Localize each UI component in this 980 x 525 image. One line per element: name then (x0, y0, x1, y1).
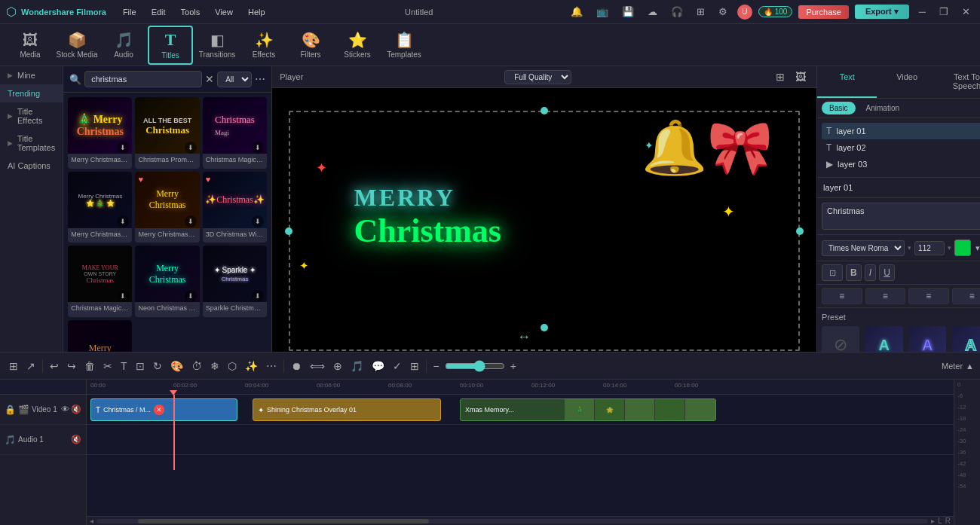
tl-redo-button[interactable]: ↪ (64, 359, 79, 374)
color-swatch[interactable] (954, 240, 971, 256)
audio-mute-icon[interactable]: 🔇 (71, 435, 81, 444)
list-item[interactable]: ✨Christmas✨ ♥ ⬇ 3D Christmas Winter T... (203, 172, 267, 243)
photo-icon[interactable]: 🖼 (792, 69, 809, 84)
tl-crop-button[interactable]: ⊡ (133, 359, 148, 374)
download-icon[interactable]: ⬇ (252, 142, 264, 154)
tool-filters[interactable]: 🎨 Filters (288, 26, 333, 65)
layer-item-03[interactable]: ▶ layer 03 (822, 156, 980, 172)
sidebar-item-title-effects[interactable]: ▶ Title Effects (0, 102, 63, 130)
menu-tools[interactable]: Tools (175, 6, 207, 18)
layer-item-01[interactable]: T layer 01 (822, 123, 980, 139)
text-content-display[interactable]: Christmas (822, 203, 980, 230)
purchase-button[interactable]: Purchase (798, 5, 848, 19)
scroll-left-icon[interactable]: ◂ (90, 517, 93, 525)
list-item[interactable]: ChristmasMagi ⬇ Christmas Magic Title ..… (203, 97, 267, 169)
tl-l-icon[interactable]: L (938, 517, 942, 525)
search-filter-select[interactable]: All (217, 72, 252, 87)
font-family-select[interactable]: Times New Roma (822, 240, 905, 256)
search-input[interactable] (84, 71, 202, 87)
clip-delete-icon[interactable]: ✕ (154, 404, 164, 415)
tl-effect2-button[interactable]: ✨ (242, 359, 261, 374)
search-clear-button[interactable]: ✕ (205, 73, 214, 85)
mute-icon[interactable]: 🔇 (71, 404, 81, 414)
tl-rotate-button[interactable]: ↻ (150, 359, 165, 374)
download-icon[interactable]: ⬇ (252, 290, 264, 302)
clip-xmas-memory[interactable]: Xmas Memory... 🎄 🌟 (460, 398, 716, 421)
tool-audio[interactable]: 🎵 Audio (101, 26, 146, 65)
underline-button[interactable]: U (879, 264, 895, 281)
grid-icon[interactable]: ⊞ (693, 5, 709, 19)
tool-templates[interactable]: 📋 Templates (381, 26, 427, 65)
tl-color-button[interactable]: 🎨 (167, 359, 186, 374)
tl-speed-button[interactable]: ⏱ (188, 359, 205, 374)
tl-detach-button[interactable]: ↗ (23, 359, 38, 374)
user-avatar[interactable]: U (737, 5, 752, 20)
menu-view[interactable]: View (209, 6, 239, 18)
subtab-basic[interactable]: Basic (822, 102, 855, 114)
tab-text[interactable]: Text (817, 66, 877, 98)
font-size-input[interactable] (914, 241, 945, 255)
download-icon[interactable]: ⬇ (117, 142, 129, 154)
sidebar-item-title-templates[interactable]: ▶ Title Templates (0, 130, 63, 157)
meter-expand-icon[interactable]: ▲ (966, 362, 974, 371)
tl-overlay-button[interactable]: ⊕ (330, 359, 345, 374)
tl-text2-button[interactable]: T (118, 359, 130, 374)
bold-button[interactable]: B (846, 264, 862, 281)
align-right-button[interactable]: ≡ (908, 288, 949, 304)
export-button[interactable]: Export ▾ (855, 5, 909, 19)
maximize-icon[interactable]: ❐ (936, 5, 952, 19)
list-item[interactable]: MerryChristmas ♥ ⬇ Merry Christmas 03 Ti… (135, 172, 199, 243)
cloud-icon[interactable]: ☁ (644, 5, 661, 19)
headset-icon[interactable]: 🎧 (667, 5, 687, 19)
tl-r-icon[interactable]: R (945, 517, 951, 525)
notification-icon[interactable]: 🔔 (567, 5, 586, 19)
save-icon[interactable]: 💾 (618, 5, 638, 19)
sidebar-item-ai-captions[interactable]: AI Captions (0, 157, 63, 175)
tool-stock[interactable]: 📦 Stock Media (54, 26, 100, 65)
list-item[interactable]: MerryChristmas ⬇ Neon Christmas Title 01 (135, 246, 199, 317)
tab-text-to-speech[interactable]: Text To Speech (937, 66, 980, 98)
download-icon[interactable]: ⬇ (185, 142, 197, 154)
download-icon[interactable]: ⬇ (185, 215, 197, 227)
tl-audio2-button[interactable]: 🎵 (348, 359, 366, 374)
menu-file[interactable]: File (117, 6, 142, 18)
download-icon[interactable]: ⬇ (185, 290, 197, 302)
sidebar-item-trending[interactable]: Trending (0, 84, 63, 102)
tl-minus-button[interactable]: − (430, 359, 443, 374)
tab-video[interactable]: Video (877, 66, 936, 98)
sidebar-item-mine[interactable]: ▶ Mine (0, 66, 63, 84)
tool-transitions[interactable]: ◧ Transitions (194, 26, 240, 65)
align-justify-button[interactable]: ≡ (952, 288, 980, 304)
menu-help[interactable]: Help (242, 6, 271, 18)
clip-christmas-title[interactable]: T Christmas / M... ✕ (90, 398, 237, 421)
eye-icon[interactable]: 👁 (61, 404, 69, 414)
tool-effects[interactable]: ✨ Effects (241, 26, 286, 65)
tl-plus-button[interactable]: + (507, 359, 519, 374)
download-icon[interactable]: ⬇ (117, 290, 129, 302)
grid-view-icon[interactable]: ⊞ (773, 69, 788, 84)
tl-transition-button[interactable]: ⟺ (307, 359, 328, 374)
lock-icon[interactable]: 🔒 (5, 404, 16, 415)
tl-cut-button[interactable]: ✂ (100, 359, 115, 374)
clip-shining-overlay[interactable]: ✦ Shining Christmas Overlay 01 (253, 398, 441, 421)
scroll-handle[interactable] (138, 519, 429, 523)
tl-subtitle-button[interactable]: 💬 (369, 359, 387, 374)
tl-more-button[interactable]: ⋯ (263, 359, 280, 374)
tl-delete-button[interactable]: 🗑 (81, 359, 98, 374)
tl-split-button[interactable]: ⬡ (225, 359, 240, 374)
layer-item-02[interactable]: T layer 02 (822, 139, 980, 156)
scroll-track[interactable] (96, 519, 928, 523)
list-item[interactable]: Merry Christmas ⭐ 🎄 ⭐ ⬇ Merry Christmas … (68, 172, 132, 243)
quality-select[interactable]: Full Quality (504, 70, 571, 84)
tool-titles[interactable]: T Titles (148, 26, 193, 65)
italic-button[interactable]: I (865, 264, 876, 281)
zoom-slider[interactable] (445, 360, 505, 372)
tool-media[interactable]: 🖼 Media (8, 26, 53, 65)
tl-snap-button[interactable]: ⊞ (407, 359, 422, 374)
settings-icon[interactable]: ⚙ (715, 5, 731, 19)
list-item[interactable]: MAKE YOUR OWN STORY Christmas ⬇ Christma… (68, 246, 132, 317)
subtab-animation[interactable]: Animation (859, 102, 907, 114)
align-left-button[interactable]: ≡ (822, 288, 862, 304)
minimize-icon[interactable]: ─ (915, 5, 929, 19)
tl-scene-button[interactable]: ⊞ (6, 359, 21, 374)
